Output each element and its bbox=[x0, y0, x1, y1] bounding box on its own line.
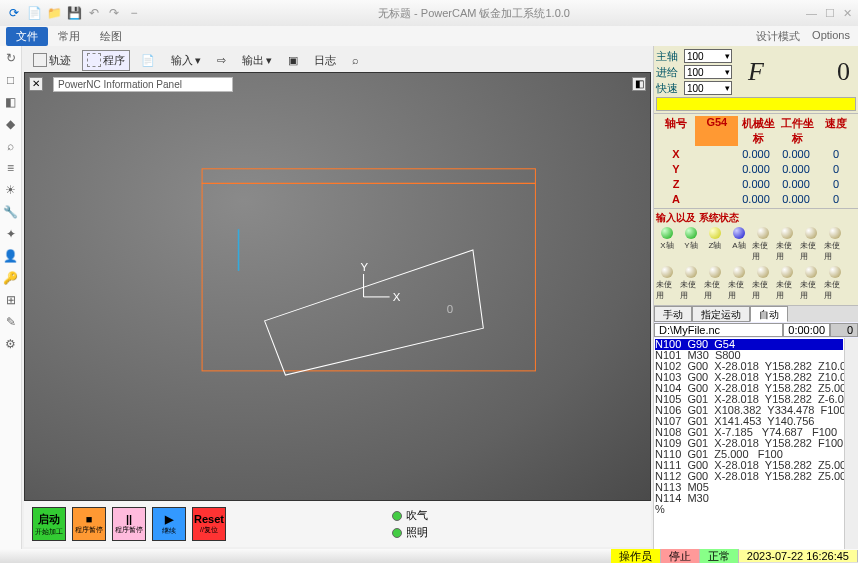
redo-icon[interactable]: ↷ bbox=[106, 5, 122, 21]
right-panel: 主轴100进给100快速100 F 0 轴号 G54 机械坐标 工件坐标 速度 … bbox=[653, 46, 858, 549]
output-icon[interactable]: ⇨ bbox=[212, 51, 231, 70]
path-button[interactable]: 程序 bbox=[82, 50, 130, 71]
status-time: 2023-07-22 16:26:45 bbox=[739, 550, 858, 562]
left-tool-4[interactable]: ⌕ bbox=[3, 138, 19, 154]
menu-file[interactable]: 文件 bbox=[6, 27, 48, 46]
feed-select[interactable]: 100 bbox=[684, 65, 732, 79]
view-toolbar: 轨迹 程序 📄 输入 ▾ ⇨ 输出 ▾ ▣ 日志 ⌕ bbox=[24, 48, 651, 72]
menu-options[interactable]: Options bbox=[812, 29, 850, 44]
menu-draw[interactable]: 绘图 bbox=[90, 27, 132, 46]
radio-吹气[interactable]: 吹气 bbox=[392, 508, 428, 523]
viewport-3d[interactable]: ✕ PowerNC Information Panel ◧ X Y 0 bbox=[24, 72, 651, 501]
left-tool-6[interactable]: ☀ bbox=[3, 182, 19, 198]
left-tool-8[interactable]: ✦ bbox=[3, 226, 19, 242]
coord-row-Z: Z0.0000.0000 bbox=[656, 176, 856, 191]
led-未使用: 未使用 bbox=[656, 266, 678, 301]
led-A轴: A轴 bbox=[728, 227, 750, 262]
minimize-button[interactable]: — bbox=[806, 7, 817, 20]
left-tool-7[interactable]: 🔧 bbox=[3, 204, 19, 220]
canvas-drawing: X Y 0 bbox=[25, 73, 650, 500]
radio-照明[interactable]: 照明 bbox=[392, 525, 428, 540]
menu-common[interactable]: 常用 bbox=[48, 27, 90, 46]
led-X轴: X轴 bbox=[656, 227, 678, 262]
feed-value: 0 bbox=[837, 57, 850, 87]
gcode-list[interactable]: N100 G90 G54N101 M30 S800N102 G00 X-28.0… bbox=[654, 338, 844, 549]
gcode-line[interactable]: N114 M30 bbox=[655, 493, 843, 504]
led-Z轴: Z轴 bbox=[704, 227, 726, 262]
status-operator: 操作员 bbox=[611, 549, 661, 564]
titlebar: ⟳ 📄 📁 💾 ↶ ↷ − 无标题 - PowerCAM 钣金加工系统1.0.0… bbox=[0, 0, 858, 26]
ctrl-green-button[interactable]: 启动开始加工 bbox=[32, 507, 66, 541]
left-tool-12[interactable]: ✎ bbox=[3, 314, 19, 330]
open-icon[interactable]: 📁 bbox=[46, 5, 62, 21]
left-toolbar: ↻□◧◆⌕≡☀🔧✦👤🔑⊞✎⚙ bbox=[0, 46, 22, 549]
output-button[interactable]: 输出 ▾ bbox=[237, 50, 277, 71]
menu-design-mode[interactable]: 设计模式 bbox=[756, 29, 800, 44]
dash-icon[interactable]: − bbox=[126, 5, 142, 21]
ctrl-orange-button[interactable]: ■程序暂停 bbox=[72, 507, 106, 541]
io-title: 输入以及 系统状态 bbox=[656, 211, 856, 225]
left-tool-11[interactable]: ⊞ bbox=[3, 292, 19, 308]
feed-bar[interactable] bbox=[656, 97, 856, 111]
led-未使用: 未使用 bbox=[776, 266, 798, 301]
input-button[interactable]: 输入 ▾ bbox=[166, 50, 206, 71]
titlebar-quickaccess: ⟳ 📄 📁 💾 ↶ ↷ − bbox=[6, 5, 142, 21]
track-button[interactable]: 轨迹 bbox=[28, 50, 76, 71]
file-time: 0:00:00 bbox=[783, 323, 830, 337]
hdr-work: 工件坐标 bbox=[778, 116, 817, 146]
left-tool-2[interactable]: ◧ bbox=[3, 94, 19, 110]
file-progress: 0 bbox=[830, 323, 858, 337]
status-stop: 停止 bbox=[661, 549, 700, 564]
close-button[interactable]: ✕ bbox=[843, 7, 852, 20]
file-info-row: D:\MyFile.nc 0:00:00 0 bbox=[654, 322, 858, 338]
ctrl-pink-button[interactable]: ||程序暂停 bbox=[112, 507, 146, 541]
file-icon[interactable]: 📄 bbox=[136, 51, 160, 70]
align-icon[interactable]: ▣ bbox=[283, 51, 303, 70]
feed-letter: F bbox=[748, 57, 764, 87]
window-buttons: — ☐ ✕ bbox=[806, 7, 852, 20]
feed-select[interactable]: 100 bbox=[684, 81, 732, 95]
coord-row-Y: Y0.0000.0000 bbox=[656, 161, 856, 176]
left-tool-0[interactable]: ↻ bbox=[3, 50, 19, 66]
led-未使用: 未使用 bbox=[752, 227, 774, 262]
tab-jog[interactable]: 指定运动 bbox=[692, 306, 750, 322]
bottom-controls: 启动开始加工■程序暂停||程序暂停▶继续Reset//复位 吹气照明 bbox=[24, 501, 651, 547]
led-未使用: 未使用 bbox=[824, 266, 846, 301]
scrollbar[interactable] bbox=[844, 338, 858, 549]
left-tool-9[interactable]: 👤 bbox=[3, 248, 19, 264]
left-tool-10[interactable]: 🔑 bbox=[3, 270, 19, 286]
feed-select[interactable]: 100 bbox=[684, 49, 732, 63]
tab-manual[interactable]: 手动 bbox=[654, 306, 692, 322]
statusbar: 操作员 停止 正常 2023-07-22 16:26:45 bbox=[0, 549, 858, 563]
hdr-speed: 速度 bbox=[817, 116, 856, 146]
led-未使用: 未使用 bbox=[704, 266, 726, 301]
status-ok: 正常 bbox=[700, 549, 739, 564]
hdr-machine: 机械坐标 bbox=[738, 116, 777, 146]
feed-row-快速: 快速100 bbox=[656, 80, 742, 96]
led-未使用: 未使用 bbox=[800, 227, 822, 262]
left-tool-1[interactable]: □ bbox=[3, 72, 19, 88]
ctrl-blue-button[interactable]: ▶继续 bbox=[152, 507, 186, 541]
save-icon[interactable]: 💾 bbox=[66, 5, 82, 21]
feed-row-主轴: 主轴100 bbox=[656, 48, 742, 64]
tab-auto[interactable]: 自动 bbox=[750, 306, 788, 322]
svg-rect-0 bbox=[202, 169, 535, 184]
zoom-icon[interactable]: ⌕ bbox=[347, 51, 364, 69]
svg-rect-1 bbox=[202, 183, 535, 371]
coordinate-panel: 轴号 G54 机械坐标 工件坐标 速度 X0.0000.0000Y0.0000.… bbox=[654, 114, 858, 209]
led-未使用: 未使用 bbox=[776, 227, 798, 262]
undo-icon[interactable]: ↶ bbox=[86, 5, 102, 21]
led-未使用: 未使用 bbox=[752, 266, 774, 301]
left-tool-3[interactable]: ◆ bbox=[3, 116, 19, 132]
log-button[interactable]: 日志 bbox=[309, 50, 341, 71]
maximize-button[interactable]: ☐ bbox=[825, 7, 835, 20]
left-tool-5[interactable]: ≡ bbox=[3, 160, 19, 176]
led-未使用: 未使用 bbox=[680, 266, 702, 301]
gcode-line[interactable]: % bbox=[655, 504, 843, 515]
led-未使用: 未使用 bbox=[800, 266, 822, 301]
svg-text:X: X bbox=[393, 291, 401, 303]
new-icon[interactable]: 📄 bbox=[26, 5, 42, 21]
ctrl-red-button[interactable]: Reset//复位 bbox=[192, 507, 226, 541]
left-tool-13[interactable]: ⚙ bbox=[3, 336, 19, 352]
feed-row-进给: 进给100 bbox=[656, 64, 742, 80]
